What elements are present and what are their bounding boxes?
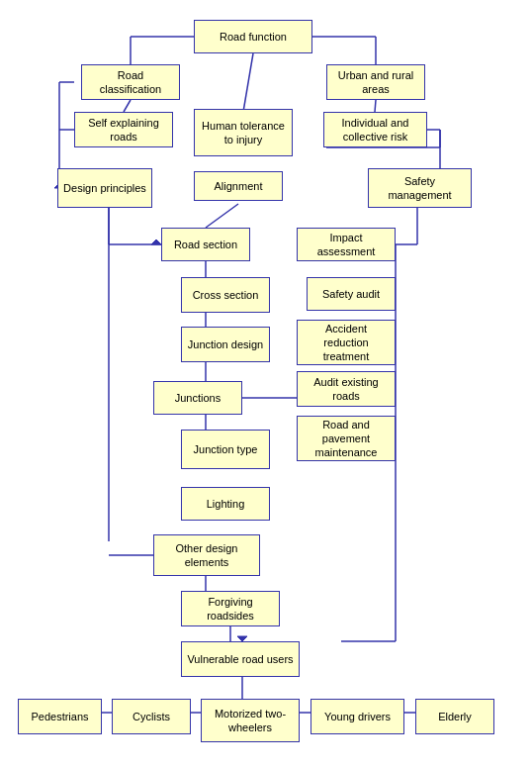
svg-line-4 [124,100,131,112]
node-lighting[interactable]: Lighting [181,487,270,521]
node-elderly[interactable]: Elderly [415,699,494,734]
node-safety-audit[interactable]: Safety audit [307,277,396,311]
node-young-drivers[interactable]: Young drivers [310,699,404,734]
node-road-function[interactable]: Road function [194,20,312,53]
node-individual-collective[interactable]: Individual and collective risk [323,112,427,147]
node-alignment[interactable]: Alignment [194,171,283,201]
node-audit-existing[interactable]: Audit existing roads [297,371,396,407]
node-cross-section[interactable]: Cross section [181,277,270,313]
node-human-tolerance[interactable]: Human tolerance to injury [194,109,293,156]
svg-marker-49 [151,240,161,244]
node-self-explaining[interactable]: Self explaining roads [74,112,173,147]
node-road-pavement[interactable]: Road and pavement maintenance [297,416,396,461]
node-motorized[interactable]: Motorized two-wheelers [201,699,300,742]
svg-line-6 [375,100,376,112]
node-junction-design[interactable]: Junction design [181,327,270,362]
node-junctions[interactable]: Junctions [153,381,242,415]
node-urban-rural[interactable]: Urban and rural areas [326,64,425,100]
diagram: Road function Road classification Urban … [0,0,532,768]
node-accident-reduction[interactable]: Accident reduction treatment [297,320,396,365]
node-impact-assessment[interactable]: Impact assessment [297,228,396,261]
svg-line-18 [206,204,238,228]
node-other-design[interactable]: Other design elements [153,534,260,576]
node-cyclists[interactable]: Cyclists [112,699,191,734]
node-road-section[interactable]: Road section [161,228,250,261]
node-design-principles[interactable]: Design principles [57,168,152,208]
node-pedestrians[interactable]: Pedestrians [18,699,102,734]
node-safety-management[interactable]: Safety management [368,168,472,208]
svg-line-5 [243,53,253,112]
node-vulnerable[interactable]: Vulnerable road users [181,641,300,677]
node-junction-type[interactable]: Junction type [181,430,270,469]
node-forgiving[interactable]: Forgiving roadsides [181,591,280,626]
node-road-classification[interactable]: Road classification [81,64,180,100]
